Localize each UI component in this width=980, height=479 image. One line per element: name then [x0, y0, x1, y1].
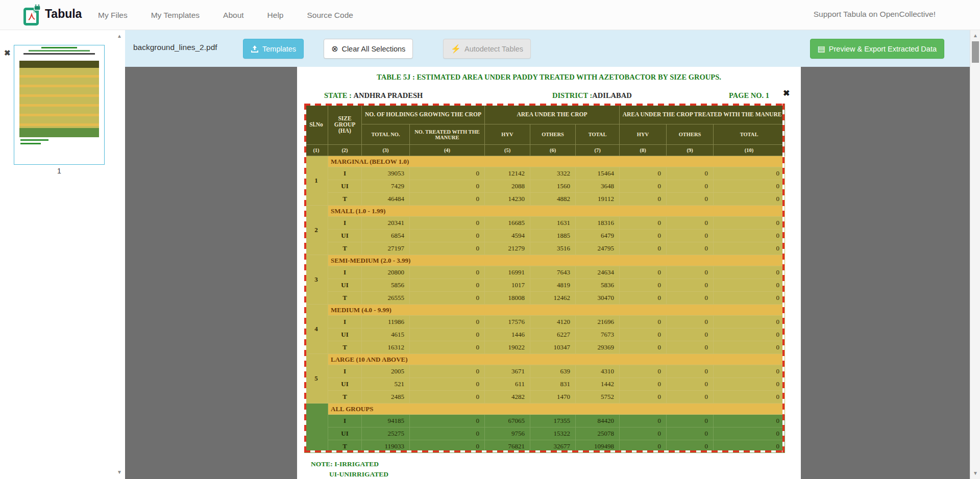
thumb-subtitle-line — [29, 50, 90, 52]
table-cell: 0 — [410, 180, 485, 193]
nav-help[interactable]: Help — [267, 11, 284, 20]
pdf-page[interactable]: TABLE 5J : ESTIMATED AREA UNDER PADDY TR… — [297, 67, 801, 479]
table-cell: 0 — [714, 415, 785, 427]
window-scrollbar[interactable]: ▲ ▼ — [970, 30, 980, 479]
row-label-cell: I — [328, 167, 362, 180]
table-cell: 12142 — [485, 167, 530, 180]
table-cell: 0 — [714, 365, 785, 378]
group-band-row: 4MEDIUM (4.0 - 9.99) — [305, 305, 785, 316]
row-label-cell: I — [328, 365, 362, 378]
table-cell: 0 — [620, 316, 667, 329]
sidebar-scrollbar[interactable]: ▲ ▼ — [115, 30, 124, 479]
clear-label: Clear All Selections — [341, 45, 405, 53]
nav-about[interactable]: About — [223, 11, 244, 20]
page-thumbnail-sidebar: ✖ 1 ▲ ▼ — [0, 30, 125, 479]
table-row: I941850670651735584420000 — [305, 415, 785, 427]
table-cell: 0 — [714, 279, 785, 292]
table-row: UI58560101748195836000 — [305, 279, 785, 292]
table-cell: 5856 — [362, 279, 410, 292]
table-cell: 19112 — [576, 193, 620, 206]
support-link[interactable]: Support Tabula on OpenCollective! — [814, 10, 936, 19]
table-row: I11986017576412021696000 — [305, 316, 785, 329]
scroll-down-icon[interactable]: ▼ — [115, 469, 124, 475]
table-row: I20800016991764324634000 — [305, 266, 785, 279]
table-cell: 3648 — [576, 180, 620, 193]
table-cell: 46484 — [362, 193, 410, 206]
table-cell: 0 — [620, 292, 667, 305]
scroll-up-icon[interactable]: ▲ — [115, 33, 124, 39]
table-cell: 0 — [410, 230, 485, 242]
group-slno-cell — [305, 404, 328, 453]
table-row: T163120190221034729369000 — [305, 341, 785, 354]
col-header-slno: Sl.No — [305, 104, 328, 145]
scrollbar-thumb[interactable] — [972, 41, 979, 63]
table-cell: 0 — [620, 341, 667, 354]
autodetect-label: Autodetect Tables — [464, 45, 523, 53]
scroll-up-icon[interactable]: ▲ — [971, 33, 980, 38]
col-number: (2) — [328, 145, 362, 156]
table-cell: 0 — [714, 391, 785, 404]
templates-icon — [251, 45, 259, 53]
table-cell: 0 — [620, 266, 667, 279]
table-cell: 7643 — [530, 266, 576, 279]
table-row: T27197021279351624795000 — [305, 242, 785, 255]
table-cell: 0 — [620, 217, 667, 230]
col-number: (6) — [530, 145, 576, 156]
col-subheader: TOTAL — [714, 124, 785, 145]
page-thumbnail[interactable] — [14, 45, 105, 165]
table-cell: 6854 — [362, 230, 410, 242]
table-cell: 2005 — [362, 365, 410, 378]
document-title: TABLE 5J : ESTIMATED AREA UNDER PADDY TR… — [297, 73, 801, 82]
nav-source-code[interactable]: Source Code — [307, 11, 353, 20]
group-slno-cell: 2 — [305, 206, 328, 255]
table-cell: 0 — [714, 193, 785, 206]
group-band-row: 3SEMI-MEDIUM (2.0 - 3.99) — [305, 255, 785, 266]
table-cell: 26555 — [362, 292, 410, 305]
table-cell: 0 — [714, 427, 785, 440]
preview-export-button[interactable]: ▤ Preview & Export Extracted Data — [810, 39, 944, 59]
templates-button[interactable]: Templates — [243, 39, 304, 59]
group-band-row: 2SMALL (1.0 - 1.99) — [305, 206, 785, 217]
table-cell: 0 — [410, 217, 485, 230]
nav-my-files[interactable]: My Files — [98, 11, 128, 20]
row-label-cell: T — [328, 193, 362, 206]
table-cell: 4120 — [530, 316, 576, 329]
remove-page-icon[interactable]: ✖ — [4, 48, 11, 58]
table-cell: 521 — [362, 378, 410, 391]
tabula-logo-icon — [23, 5, 41, 26]
table-cell: 0 — [667, 427, 714, 440]
col-subheader: OTHERS — [530, 124, 576, 145]
table-row: T265550180081246230470000 — [305, 292, 785, 305]
clear-all-selections-button[interactable]: ⊗ Clear All Selections — [324, 39, 413, 59]
col-subheader: HYV — [620, 124, 667, 145]
table-cell: 10347 — [530, 341, 576, 354]
autodetect-tables-button[interactable]: ⚡ Autodetect Tables — [443, 39, 531, 59]
row-label-cell: T — [328, 341, 362, 354]
brand-name[interactable]: Tabula — [45, 7, 82, 21]
table-cell: 15322 — [530, 427, 576, 440]
table-cell: 0 — [410, 316, 485, 329]
row-label-cell: T — [328, 440, 362, 453]
table-cell: 4594 — [485, 230, 530, 242]
nav-my-templates[interactable]: My Templates — [151, 11, 200, 20]
table-cell: 29369 — [576, 341, 620, 354]
toolbar: background_lines_2.pdf Templates ⊗ Clear… — [125, 30, 970, 67]
table-cell: 17355 — [530, 415, 576, 427]
group-band-row: 1MARGINAL (BELOW 1.0) — [305, 156, 785, 167]
table-cell: 0 — [410, 292, 485, 305]
table-cell: 0 — [714, 217, 785, 230]
table-cell: 0 — [667, 242, 714, 255]
table-cell: 0 — [714, 230, 785, 242]
delete-selection-icon[interactable]: ✖ — [783, 88, 790, 98]
table-cell: 1446 — [485, 329, 530, 341]
table-cell: 17576 — [485, 316, 530, 329]
scroll-down-icon[interactable]: ▼ — [971, 470, 980, 476]
col-header-size-group: SIZE GROUP (HA) — [328, 104, 362, 145]
table-row: I2005036716394310000 — [305, 365, 785, 378]
table-cell: 7673 — [576, 329, 620, 341]
table-cell: 0 — [410, 329, 485, 341]
table-cell: 1470 — [530, 391, 576, 404]
table-cell: 0 — [714, 341, 785, 354]
table-cell: 32677 — [530, 440, 576, 453]
table-cell: 0 — [667, 279, 714, 292]
